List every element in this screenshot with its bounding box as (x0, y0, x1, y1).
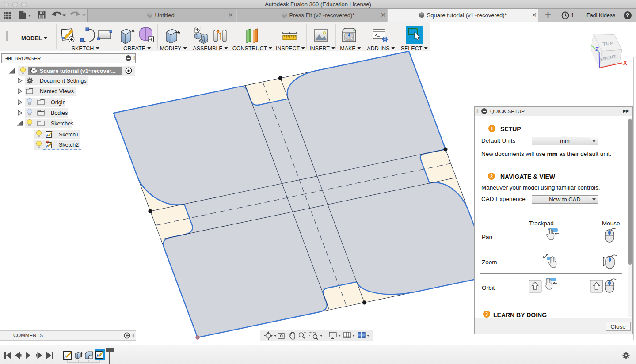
svg-text:Z: Z (595, 46, 599, 53)
svg-text:TOP: TOP (602, 40, 614, 46)
svg-text:X: X (623, 60, 627, 66)
